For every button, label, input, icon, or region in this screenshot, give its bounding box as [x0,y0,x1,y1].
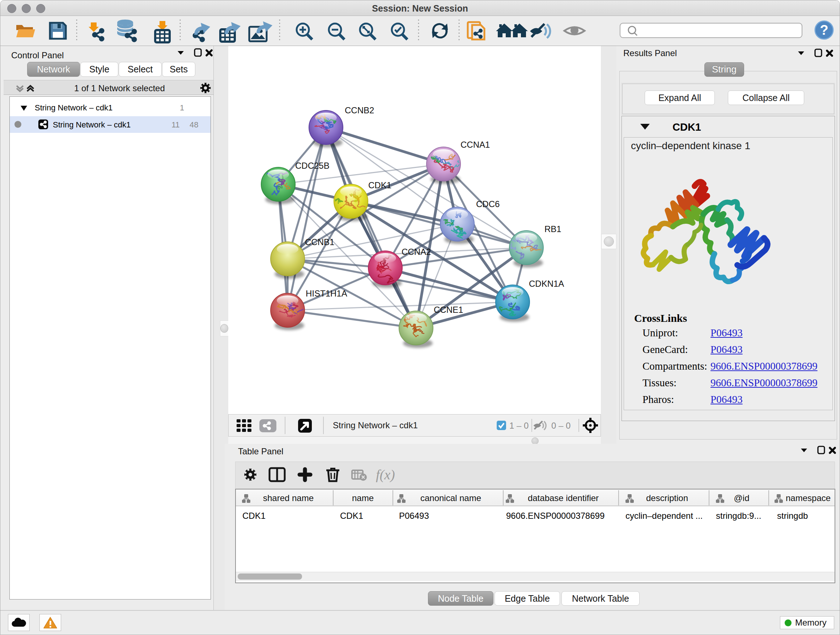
svg-text:@id: @id [734,493,749,503]
svg-text:database identifier: database identifier [528,493,599,503]
svg-text:CCNE1: CCNE1 [434,305,463,315]
svg-text:name: name [352,493,374,503]
svg-text:CDC6: CDC6 [476,199,500,209]
svg-text:?: ? [820,22,828,38]
svg-text:P06493: P06493 [399,511,429,521]
svg-text:CCNA2: CCNA2 [401,247,431,257]
svg-text:0 – 0: 0 – 0 [551,421,570,431]
svg-text:CCNA1: CCNA1 [461,140,490,149]
svg-text:cyclin–dependent ...: cyclin–dependent ... [625,511,703,521]
svg-text:namespace: namespace [786,493,831,503]
svg-text:stringdb:9...: stringdb:9... [716,511,761,521]
svg-text:f(x): f(x) [376,467,395,483]
svg-text:CDK1: CDK1 [340,511,363,521]
svg-text:canonical name: canonical name [420,493,481,503]
svg-text:CCNB1: CCNB1 [305,237,334,247]
svg-text:9606.ENSP00000378699: 9606.ENSP00000378699 [506,511,605,521]
svg-text:1 – 0: 1 – 0 [509,421,529,431]
svg-text:CCNB2: CCNB2 [345,105,374,115]
svg-text:CDK1: CDK1 [368,180,392,190]
svg-text:CDC25B: CDC25B [295,161,330,171]
svg-text:HIST1H1A: HIST1H1A [306,288,347,298]
svg-text:CDKN1A: CDKN1A [529,279,564,288]
svg-text:CDK1: CDK1 [242,511,265,521]
svg-text:RB1: RB1 [545,224,561,234]
svg-text:description: description [646,493,688,503]
svg-text:stringdb: stringdb [777,511,808,521]
svg-text:shared name: shared name [263,493,314,503]
